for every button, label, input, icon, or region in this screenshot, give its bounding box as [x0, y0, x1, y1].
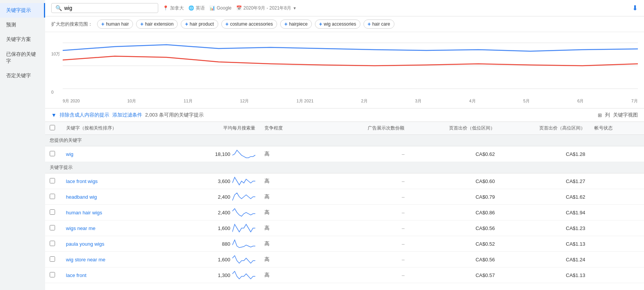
sidebar-item-keyword-plan[interactable]: 关键字方案 [0, 32, 45, 47]
sparkline [232, 192, 255, 201]
row-monthly-search: 18,100 [170, 146, 260, 162]
location-filter[interactable]: 📍 加拿大 [163, 5, 184, 11]
row-account-status [590, 205, 644, 220]
row-low-bid: CA$0.52 [409, 236, 499, 252]
row-low-bid: CA$0.86 [409, 205, 499, 220]
sidebar: 关键字提示 预测 关键字方案 已保存的关键字 否定关键字 [0, 0, 45, 290]
keyword-link[interactable]: human hair wigs [66, 210, 102, 215]
language-icon: 🌐 [188, 5, 194, 11]
grid-view-icon[interactable]: ⊞ [598, 112, 602, 118]
row-keyword: lace front [62, 267, 170, 283]
keyword-link[interactable]: wig store near me [66, 257, 105, 262]
keyword-count: 2,003 条可用的关键字提示 [145, 112, 204, 118]
download-button[interactable]: ⬇ [632, 4, 638, 12]
column-label[interactable]: 列 [605, 112, 610, 118]
row-monthly-search: 1,300 [170, 267, 260, 283]
sidebar-item-keyword-suggestions[interactable]: 关键字提示 [0, 3, 45, 18]
sparkline [232, 271, 255, 280]
tag-hair-extension[interactable]: + hair extension [136, 19, 178, 29]
row-checkbox[interactable] [50, 209, 55, 215]
keyword-link[interactable]: lace front [66, 272, 86, 278]
row-checkbox[interactable] [50, 241, 55, 246]
filter-icon: ▼ [51, 112, 57, 118]
network-filter[interactable]: 📊 Google [209, 5, 232, 11]
tag-human-hair[interactable]: + human hair [97, 19, 133, 29]
sparkline [232, 149, 255, 159]
row-monthly-search: 1,600 [170, 220, 260, 236]
row-checkbox-cell [45, 189, 62, 205]
row-low-bid: CA$0.62 [409, 146, 499, 162]
row-keyword: wig [62, 146, 170, 162]
row-checkbox[interactable] [50, 272, 55, 277]
sparkline [232, 224, 255, 233]
date-range-filter[interactable]: 📅 2020年9月 - 2021年8月 ▼ [236, 5, 297, 11]
keyword-link[interactable]: wig [66, 151, 74, 157]
row-monthly-search: 1,600 [170, 252, 260, 267]
row-high-bid: CA$1.62 [500, 189, 590, 205]
row-account-status [590, 146, 644, 162]
row-checkbox-cell [45, 252, 62, 267]
row-keyword: lace front wigs [62, 173, 170, 189]
keyword-view-label[interactable]: 关键字视图 [613, 112, 638, 118]
row-low-bid: CA$0.79 [409, 189, 499, 205]
trend-chart [63, 35, 638, 96]
exclude-adult-filter[interactable]: 排除含成人内容的提示 [60, 112, 109, 118]
row-competition: 高 [260, 189, 328, 205]
view-toggle: ⊞ 列 关键字视图 [598, 112, 638, 118]
tag-bar: 扩大您的搜索范围： + human hair + hair extension … [45, 16, 644, 32]
row-checkbox-cell [45, 267, 62, 283]
tag-costume-accessories[interactable]: + costume accessories [221, 19, 277, 29]
sidebar-item-saved-keywords[interactable]: 已保存的关键字 [0, 47, 45, 68]
keyword-link[interactable]: wigs near me [66, 225, 96, 231]
row-checkbox[interactable] [50, 178, 55, 183]
col-ad-impression[interactable]: 广告展示次数份额 [328, 122, 409, 135]
sidebar-item-forecast[interactable]: 预测 [0, 18, 45, 32]
row-competition: 高 [260, 220, 328, 236]
location-icon: 📍 [163, 5, 169, 11]
table-body: 您提供的关键字 wig 18,100 高 – CA$0.62 CA$1.28 关… [45, 135, 644, 283]
row-checkbox[interactable] [50, 151, 55, 156]
add-filter-button[interactable]: 添加过滤条件 [112, 112, 142, 118]
select-all-checkbox[interactable] [50, 125, 55, 130]
tag-hair-product[interactable]: + hair product [181, 19, 218, 29]
tag-hair-care[interactable]: + hair care [363, 19, 394, 29]
keyword-link[interactable]: lace front wigs [66, 178, 98, 184]
row-high-bid: CA$1.27 [500, 173, 590, 189]
keyword-link[interactable]: headband wig [66, 194, 97, 200]
col-account-status[interactable]: 帐号状态 [590, 122, 644, 135]
table-row: wig 18,100 高 – CA$0.62 CA$1.28 [45, 146, 644, 162]
col-keyword[interactable]: 关键字（按相关性排序） [62, 122, 170, 135]
chart-x-labels: 9月 2020 10月 11月 12月 1月 2021 2月 3月 4月 5月 … [63, 97, 638, 105]
search-box[interactable]: 🔍 [51, 3, 158, 13]
tag-wig-accessories[interactable]: + wig accessories [315, 19, 360, 29]
language-filter[interactable]: 🌐 英语 [188, 5, 205, 11]
row-high-bid: CA$1.28 [500, 146, 590, 162]
col-competition[interactable]: 竞争程度 [260, 122, 328, 135]
sidebar-item-negative-keywords[interactable]: 否定关键字 [0, 68, 45, 83]
row-ad-impression: – [328, 252, 409, 267]
search-input[interactable] [64, 5, 154, 11]
row-checkbox-cell [45, 146, 62, 162]
col-monthly-search[interactable]: 平均每月搜索量 [170, 122, 260, 135]
row-checkbox-cell [45, 220, 62, 236]
keyword-link[interactable]: paula young wigs [66, 241, 104, 247]
table-row: headband wig 2,400 高 – CA$0.79 CA$1.62 [45, 189, 644, 205]
row-ad-impression: – [328, 205, 409, 220]
col-low-bid[interactable]: 页首出价（低位区间） [409, 122, 499, 135]
row-checkbox[interactable] [50, 225, 55, 230]
row-account-status [590, 189, 644, 205]
row-account-status [590, 252, 644, 267]
row-account-status [590, 173, 644, 189]
row-competition: 高 [260, 267, 328, 283]
sparkline [232, 255, 255, 264]
chevron-down-icon: ▼ [293, 6, 297, 10]
table-row: human hair wigs 2,400 高 – CA$0.86 CA$1.9… [45, 205, 644, 220]
plus-icon: + [319, 21, 322, 27]
row-checkbox[interactable] [50, 194, 55, 199]
col-high-bid[interactable]: 页首出价（高位区间） [500, 122, 590, 135]
tag-hairpiece[interactable]: + hairpiece [280, 19, 312, 29]
table-row: lace front 1,300 高 – CA$0.57 CA$1.13 [45, 267, 644, 283]
row-checkbox[interactable] [50, 256, 55, 262]
row-high-bid: CA$1.24 [500, 252, 590, 267]
row-keyword: paula young wigs [62, 236, 170, 252]
